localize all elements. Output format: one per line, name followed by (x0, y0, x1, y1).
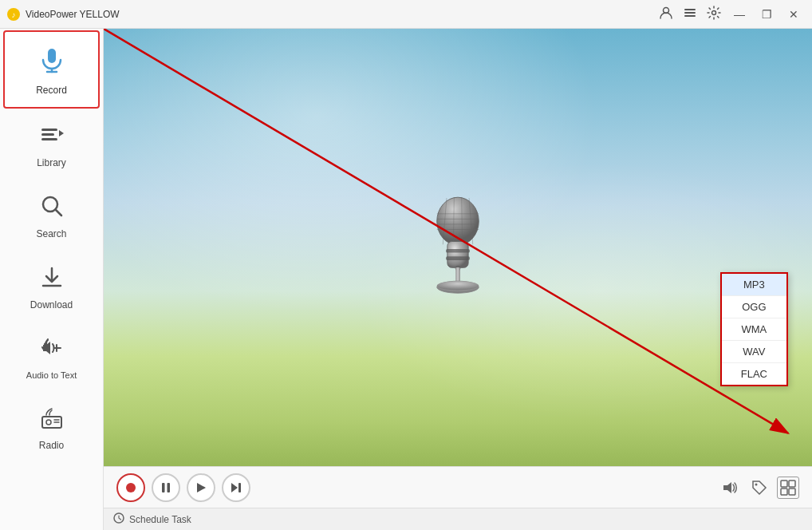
record-icon (38, 46, 65, 80)
sidebar: Record Library Search (0, 29, 104, 530)
library-label: Library (37, 157, 66, 168)
volume-button[interactable] (719, 477, 742, 499)
pause-button[interactable] (152, 473, 180, 502)
format-dropdown: MP3 OGG WMA WAV FLAC (720, 272, 788, 386)
center-microphone (410, 188, 506, 307)
download-icon (40, 265, 64, 295)
hamburger-icon[interactable] (683, 6, 697, 23)
content-area: MP3 OGG WMA WAV FLAC (104, 29, 812, 530)
sidebar-item-library[interactable]: Library (0, 110, 103, 180)
search-label: Search (36, 228, 66, 239)
svg-rect-53 (789, 488, 795, 495)
minimize-button[interactable]: — (727, 3, 751, 26)
svg-rect-35 (446, 256, 470, 260)
svg-rect-4 (684, 12, 696, 14)
radio-icon (40, 405, 64, 435)
svg-point-6 (712, 10, 716, 14)
svg-rect-11 (41, 133, 54, 136)
control-bar (104, 466, 812, 508)
svg-rect-51 (789, 481, 795, 487)
header-icons (659, 6, 721, 23)
sidebar-item-record[interactable]: Record (3, 30, 100, 109)
svg-rect-10 (41, 129, 57, 131)
record-button[interactable] (116, 473, 145, 502)
tag-button[interactable] (748, 477, 771, 499)
main-layout: Record Library Search (0, 29, 812, 530)
format-ogg[interactable]: OGG (722, 296, 786, 318)
record-view: MP3 OGG WMA WAV FLAC (104, 29, 812, 466)
next-button[interactable] (222, 473, 250, 502)
svg-point-42 (126, 483, 136, 492)
sidebar-item-audio-to-text[interactable]: Audio to Text (0, 322, 103, 391)
svg-rect-3 (684, 9, 696, 10)
svg-point-21 (46, 420, 51, 425)
sidebar-item-download[interactable]: Download (0, 251, 103, 322)
svg-marker-13 (59, 130, 64, 136)
svg-marker-48 (723, 482, 731, 493)
restore-button[interactable]: ❐ (755, 3, 778, 26)
settings-icon[interactable] (707, 6, 721, 23)
svg-line-15 (55, 210, 61, 216)
user-icon[interactable] (659, 6, 673, 23)
svg-marker-46 (231, 483, 238, 492)
library-icon (40, 125, 64, 152)
format-mp3[interactable]: MP3 (722, 274, 786, 296)
app-title: VideoPower YELLOW (26, 9, 659, 20)
play-button[interactable] (187, 473, 215, 502)
record-label: Record (36, 85, 67, 96)
svg-rect-34 (446, 249, 470, 253)
svg-rect-50 (781, 481, 787, 487)
svg-rect-44 (168, 483, 171, 492)
right-controls (719, 477, 799, 499)
svg-text:♪: ♪ (12, 10, 16, 19)
svg-marker-45 (197, 483, 206, 492)
svg-point-39 (437, 281, 479, 290)
clock-icon (113, 512, 124, 526)
audio-to-text-icon (40, 336, 64, 366)
format-button[interactable] (777, 477, 799, 499)
status-bar: Schedule Task (104, 508, 812, 530)
svg-rect-5 (684, 15, 696, 17)
window-controls: — ❐ ✕ (727, 3, 806, 26)
audio-to-text-label: Audio to Text (26, 370, 77, 380)
radio-label: Radio (39, 440, 64, 451)
app-icon: ♪ (6, 7, 21, 22)
sidebar-item-search[interactable]: Search (0, 180, 103, 251)
format-flac[interactable]: FLAC (722, 363, 786, 385)
svg-point-49 (755, 483, 758, 485)
format-wma[interactable]: WMA (722, 318, 786, 341)
svg-rect-43 (162, 483, 165, 492)
svg-rect-7 (48, 49, 56, 63)
sidebar-item-radio[interactable]: Radio (0, 391, 103, 462)
close-button[interactable]: ✕ (782, 3, 806, 26)
svg-rect-52 (781, 488, 787, 495)
download-label: Download (30, 299, 73, 310)
search-icon (40, 194, 64, 223)
schedule-task-label[interactable]: Schedule Task (129, 514, 191, 525)
svg-rect-33 (447, 242, 468, 268)
svg-rect-12 (41, 138, 57, 140)
titlebar: ♪ VideoPower YELLOW — ❐ ✕ (0, 0, 812, 29)
format-wav[interactable]: WAV (722, 341, 786, 363)
svg-rect-47 (238, 483, 241, 492)
